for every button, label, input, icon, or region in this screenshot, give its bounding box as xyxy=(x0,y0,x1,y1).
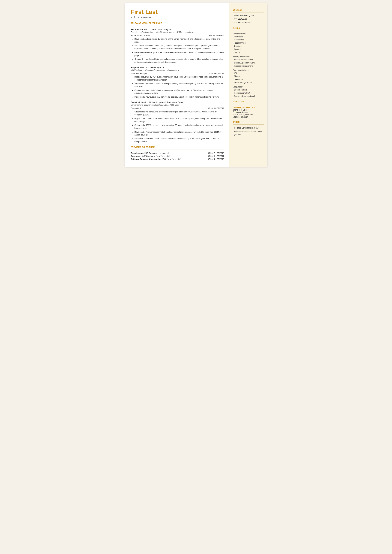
prev-job-3-row: Software Engineer (Internship), ABC, New… xyxy=(131,158,224,160)
prev-job-1-title: Team Leader, ABC Company, London, UK xyxy=(131,152,169,154)
technical-skills-label: Technical Skills: xyxy=(233,33,264,35)
skill-software-dev: •Software Development xyxy=(233,59,264,61)
edu-dates: 10/2011 - 06/2014 xyxy=(233,116,264,118)
job-2-dates: 10/2019 – 07/2021 xyxy=(208,72,224,75)
skill-test-planning: •Test Planning xyxy=(233,42,264,44)
job-2-bullet-2: Streamlined business operations by imple… xyxy=(132,82,224,88)
bullet-icon: • xyxy=(233,39,233,41)
skill-facilitation: •Facilitation xyxy=(233,36,264,38)
job-1-row: Junior Scrum Master 08/2021 – Present xyxy=(131,34,224,37)
bullet-icon: • xyxy=(233,130,233,133)
prev-job-3-rest: ABC, New York, USA xyxy=(161,158,181,160)
bullet-icon: • xyxy=(233,18,233,21)
skill-scaled-agile: •Scaled Agile Framework xyxy=(233,62,264,64)
skill-scrum: •Scrum xyxy=(233,51,264,54)
job-2-bullet-1: Boosted revenue by 91% over 13 months by… xyxy=(132,76,224,82)
skill-itil: •ITIL xyxy=(233,72,264,75)
skill-confluence: •Confluence xyxy=(233,39,264,41)
company-3-header: Growthsi, London, United Kingdom & Barce… xyxy=(131,101,224,104)
prev-job-3-title: Software Engineer (Internship), ABC, New… xyxy=(131,158,181,160)
other-heading: OTHER xyxy=(233,121,264,123)
company-2-desc: NYSE-listed recruitment and employer bra… xyxy=(131,69,224,71)
bullet-icon: • xyxy=(233,89,233,91)
edu-school: University of New York xyxy=(233,106,264,108)
bullet-icon: • xyxy=(233,72,233,75)
prev-job-2-title: Developer, XYZ Company, New York, USA xyxy=(131,155,170,157)
edu-location: New York City, New York xyxy=(233,113,264,116)
contact-heading: CONTACT xyxy=(233,9,264,11)
job-2-title: Business Analyst xyxy=(131,72,147,75)
skill-maven: •Maven xyxy=(233,75,264,78)
skill-integration: •Integration xyxy=(233,48,264,51)
industry-skills-label: Industry Knowledge: xyxy=(233,56,264,58)
contact-phone: +44 123456789 xyxy=(234,18,247,20)
company-3-desc: Career training and membership SaaS with… xyxy=(131,104,224,106)
skill-coaching: •Coaching xyxy=(233,45,264,48)
company-2-location: London, United Kingdom xyxy=(140,66,164,69)
job-1-bullet-3: Developed relationships across 14 busine… xyxy=(132,51,224,57)
company-2-name: Polyhire, xyxy=(131,66,140,69)
prev-job-1-bold: Team Leader, xyxy=(131,152,144,154)
bullet-icon: • xyxy=(233,78,233,81)
relevant-exp-heading: RELEVANT WORK EXPERIENCE xyxy=(131,22,224,24)
job-3-row: Consultant 06/2018 – 09/2019 xyxy=(131,107,224,109)
company-1-name: Resume Worded, xyxy=(131,28,148,31)
job-3-bullet-2: Migrated the data of 2K Growthsi clients… xyxy=(132,117,224,123)
company-3-name: Growthsi, xyxy=(131,101,140,104)
job-3-bullet-5: Served as a consultant over a cross-func… xyxy=(132,137,224,143)
bullet-icon: • xyxy=(233,14,233,17)
bullet-icon: • xyxy=(233,42,233,44)
bullet-icon: • xyxy=(233,62,233,64)
job-2-bullet-4: Introduced a new system that achieved a … xyxy=(132,96,224,98)
bullet-icon: • xyxy=(233,48,233,51)
prev-exp-heading: PREVIOUS EXPERIENCE xyxy=(131,146,224,148)
job-1-bullet-1: Developed and conducted 17 training on t… xyxy=(132,38,224,44)
skill-jakarta: •Jakarta EE xyxy=(233,78,264,81)
languages-label: Languages: xyxy=(233,86,264,88)
bullet-icon: • xyxy=(233,65,233,68)
bullet-icon: • xyxy=(233,45,233,48)
skill-process-mgmt: •Process Management xyxy=(233,65,264,68)
other-item-1: • Certified ScrumMaster (CSM). xyxy=(233,126,264,129)
job-2-bullet-3: Created and executed a plan that decreas… xyxy=(132,89,224,95)
other-text-1: Certified ScrumMaster (CSM). xyxy=(234,126,259,129)
job-2-row: Business Analyst 10/2019 – 07/2021 xyxy=(131,72,224,75)
prev-job-2-dates: 06/2016 – 05/2017 xyxy=(208,155,224,157)
job-3-title: Consultant xyxy=(131,107,141,109)
job-2-bullets: Boosted revenue by 91% over 13 months by… xyxy=(131,76,224,98)
job-3-bullet-3: Generated a 150% increase in revenue wit… xyxy=(132,124,224,130)
prev-job-2-bold: Developer, xyxy=(131,155,141,157)
candidate-title: Junior Scrum Master xyxy=(131,16,224,19)
bullet-icon: • xyxy=(233,75,233,78)
job-3-dates: 06/2018 – 09/2019 xyxy=(208,107,224,109)
skill-mssql: •Microsoft SQL Server xyxy=(233,82,264,84)
company-1-header: Resume Worded, London, United Kingdom xyxy=(131,28,224,31)
prev-job-1-rest: ABC Company, London, UK xyxy=(144,152,169,154)
edu-field: Computer Science xyxy=(233,111,264,113)
bullet-icon: • xyxy=(233,36,233,38)
company-3-location: London, United Kingdom & Barcelona, Spai… xyxy=(140,101,183,104)
prev-job-2-row: Developer, XYZ Company, New York, USA 06… xyxy=(131,155,224,157)
job-1-title: Junior Scrum Master xyxy=(131,34,150,37)
contact-item-phone: • +44 123456789 xyxy=(233,18,264,21)
divider-contact xyxy=(233,12,264,13)
company-1-desc: Education technology startup with 50+ em… xyxy=(131,31,224,33)
right-column: CONTACT • Essex, United Kingdom • +44 12… xyxy=(229,3,267,167)
left-column: First Last Junior Scrum Master RELEVANT … xyxy=(125,3,229,167)
job-1-bullet-4: Created C++ and JavaScript coding langua… xyxy=(132,58,224,64)
job-1-bullets: Developed and conducted 17 training on t… xyxy=(131,38,224,64)
prev-job-3-dates: 07/2014 – 05/2015 xyxy=(208,158,224,160)
divider-relevant-exp xyxy=(131,26,224,26)
other-item-2: • Advanced Certified Scrum Master (A-CSM… xyxy=(233,130,264,136)
tools-skills-label: Tools and Software: xyxy=(233,69,264,71)
contact-email: first.last@gmail.com xyxy=(234,21,251,23)
company-2-header: Polyhire, London, United Kingdom xyxy=(131,66,224,69)
job-1-bullet-2: Supervised the development and QA teams … xyxy=(132,44,224,50)
company-1-location: London, United Kingdom xyxy=(148,28,172,31)
bullet-icon: • xyxy=(233,51,233,54)
bullet-icon: • xyxy=(233,95,233,98)
resume-container: First Last Junior Scrum Master RELEVANT … xyxy=(125,3,267,167)
bullet-icon: • xyxy=(233,21,233,24)
bullet-icon: • xyxy=(233,59,233,61)
job-1-dates: 08/2021 – Present xyxy=(208,35,224,37)
